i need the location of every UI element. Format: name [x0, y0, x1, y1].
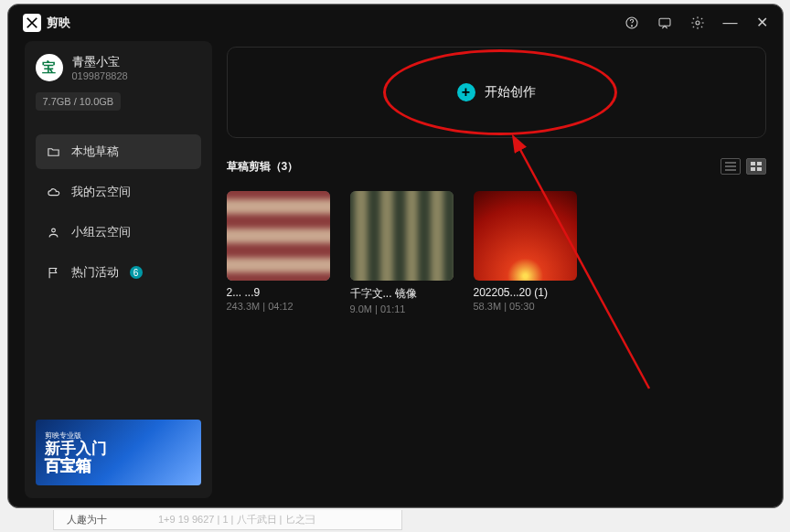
titlebar-actions: — ✕: [625, 16, 768, 30]
sidebar-item-activities[interactable]: 热门活动 6: [36, 255, 201, 290]
footer-left: 人趣为十: [67, 513, 107, 527]
main-panel: + 开始创作 草稿剪辑（3） 2... ...9 243.3M | 04:12: [221, 41, 783, 507]
settings-icon[interactable]: [690, 16, 705, 30]
feedback-icon[interactable]: [657, 16, 672, 30]
draft-thumbnail: [474, 191, 577, 281]
draft-meta: 243.3M | 04:12: [227, 301, 330, 312]
svg-point-4: [51, 229, 55, 232]
flag-icon: [47, 266, 60, 280]
draft-meta: 58.3M | 05:30: [474, 301, 577, 312]
svg-point-1: [631, 26, 632, 27]
sidebar-item-local-drafts[interactable]: 本地草稿: [36, 134, 201, 169]
footer-right: 1+9 19 9627 | 1 | 八千武日 | 匕之彐: [158, 513, 315, 527]
drafts-header: 草稿剪辑（3）: [227, 158, 766, 175]
profile[interactable]: 宝 青墨小宝 0199878828: [36, 54, 201, 81]
user-id: 0199878828: [72, 70, 128, 81]
cloud-icon: [47, 186, 60, 199]
group-icon: [47, 226, 60, 239]
help-icon[interactable]: [625, 16, 639, 30]
folder-icon: [47, 145, 60, 159]
svg-rect-5: [751, 162, 755, 165]
svg-rect-8: [757, 167, 762, 171]
username: 青墨小宝: [72, 54, 128, 70]
draft-thumbnail: [350, 191, 454, 281]
drafts-grid: 2... ...9 243.3M | 04:12 千字文... 镜像 9.0M …: [227, 191, 766, 314]
svg-rect-6: [757, 162, 762, 165]
sidebar-item-my-cloud[interactable]: 我的云空间: [36, 175, 201, 209]
banner-tag: 剪映专业版: [45, 431, 192, 441]
draft-card[interactable]: 千字文... 镜像 9.0M | 01:11: [350, 191, 454, 314]
activity-badge: 6: [130, 266, 143, 279]
minimize-button[interactable]: —: [723, 16, 738, 30]
scissors-icon: [23, 14, 41, 32]
list-view-button[interactable]: [721, 158, 741, 175]
sidebar-nav: 本地草稿 我的云空间 小组云空间 热门活动 6: [36, 134, 201, 290]
titlebar: 剪映 — ✕: [8, 5, 783, 41]
svg-rect-2: [659, 18, 670, 26]
sidebar-item-group-cloud[interactable]: 小组云空间: [36, 215, 201, 250]
app-window: 剪映 — ✕ 宝 青墨小宝 0199878828 7.7GB / 10.0GB: [7, 4, 784, 508]
draft-card[interactable]: 202205...20 (1) 58.3M | 05:30: [474, 191, 577, 314]
create-button[interactable]: + 开始创作: [227, 47, 766, 138]
draft-title: 千字文... 镜像: [350, 286, 454, 302]
view-toggle: [721, 158, 766, 175]
plus-icon: +: [457, 83, 475, 101]
draft-meta: 9.0M | 01:11: [350, 303, 454, 314]
sidebar-item-label: 小组云空间: [71, 224, 131, 240]
draft-card[interactable]: 2... ...9 243.3M | 04:12: [227, 191, 330, 314]
section-title: 草稿剪辑（3）: [227, 159, 299, 175]
svg-rect-7: [751, 167, 755, 171]
draft-title: 202205...20 (1): [474, 286, 577, 299]
close-button[interactable]: ✕: [756, 16, 768, 30]
banner-line1: 新手入门: [45, 441, 192, 458]
banner-line2: 百宝箱: [45, 458, 192, 475]
sidebar-item-label: 本地草稿: [71, 144, 119, 160]
create-label: 开始创作: [485, 84, 536, 101]
app-name: 剪映: [47, 15, 70, 31]
app-logo: 剪映: [23, 14, 70, 32]
promo-banner[interactable]: 剪映专业版 新手入门 百宝箱: [36, 420, 201, 485]
grid-view-button[interactable]: [746, 158, 766, 175]
sidebar-item-label: 我的云空间: [71, 184, 131, 200]
storage-badge: 7.7GB / 10.0GB: [36, 92, 122, 111]
draft-thumbnail: [227, 191, 330, 281]
footer-strip: 人趣为十 1+9 19 9627 | 1 | 八千武日 | 匕之彐: [53, 510, 402, 530]
avatar: 宝: [36, 54, 63, 81]
sidebar: 宝 青墨小宝 0199878828 7.7GB / 10.0GB 本地草稿 我的…: [25, 41, 212, 498]
draft-title: 2... ...9: [227, 286, 330, 299]
svg-point-3: [696, 21, 699, 25]
sidebar-item-label: 热门活动: [71, 264, 119, 281]
